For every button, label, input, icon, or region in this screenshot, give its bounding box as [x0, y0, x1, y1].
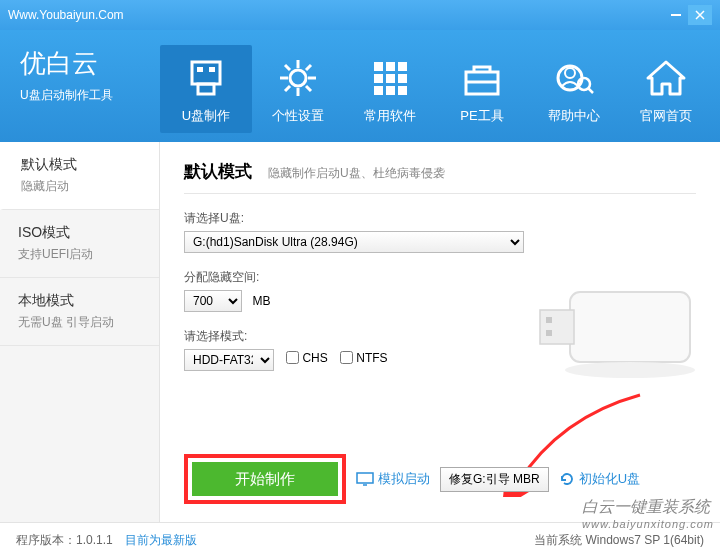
start-button[interactable]: 开始制作 — [192, 462, 338, 496]
brand-sub: U盘启动制作工具 — [20, 87, 160, 104]
nav-software[interactable]: 常用软件 — [344, 45, 436, 133]
svg-rect-31 — [546, 317, 552, 323]
usb-select[interactable]: G:(hd1)SanDisk Ultra (28.94G) — [184, 231, 524, 253]
version-label: 程序版本：1.0.1.1 — [16, 532, 113, 549]
svg-rect-3 — [209, 67, 215, 72]
svg-rect-19 — [398, 74, 407, 83]
svg-rect-2 — [197, 67, 203, 72]
sidebar-item-iso[interactable]: ISO模式 支持UEFI启动 — [0, 210, 159, 278]
action-bar: 开始制作 模拟启动 修复G:引导 MBR 初始化U盘 — [184, 454, 700, 504]
mode-title: 默认模式 — [184, 160, 252, 183]
sidebar-item-default[interactable]: 默认模式 隐藏启动 — [0, 142, 159, 210]
refresh-icon — [559, 472, 575, 486]
highlight-box: 开始制作 — [184, 454, 346, 504]
usb-select-label: 请选择U盘: — [184, 210, 696, 227]
svg-rect-20 — [374, 86, 383, 95]
sidebar: 默认模式 隐藏启动 ISO模式 支持UEFI启动 本地模式 无需U盘 引导启动 — [0, 142, 160, 522]
svg-rect-16 — [398, 62, 407, 71]
titlebar-url: Www.Youbaiyun.Com — [8, 8, 664, 22]
svg-line-28 — [588, 88, 593, 93]
usb-illustration — [520, 272, 700, 396]
nav-usb-make[interactable]: U盘制作 — [160, 45, 252, 133]
svg-rect-4 — [198, 84, 214, 94]
svg-rect-1 — [192, 62, 220, 84]
latest-badge: 目前为最新版 — [125, 532, 197, 549]
ntfs-checkbox[interactable]: NTFS — [340, 351, 387, 365]
fsmode-select[interactable]: HDD-FAT32 — [184, 349, 274, 371]
alloc-unit: MB — [252, 294, 270, 308]
usb-icon — [160, 53, 252, 103]
apps-icon — [344, 53, 436, 103]
init-button[interactable]: 初始化U盘 — [559, 470, 640, 488]
toolbar: U盘制作 个性设置 常用软件 PE工具 帮助中心 — [160, 30, 712, 142]
svg-point-33 — [565, 362, 695, 378]
svg-rect-21 — [386, 86, 395, 95]
footer: 程序版本：1.0.1.1 目前为最新版 当前系统 Windows7 SP 1(6… — [0, 522, 720, 558]
mode-desc: 隐藏制作启动U盘、杜绝病毒侵袭 — [268, 165, 445, 182]
svg-rect-17 — [374, 74, 383, 83]
close-button[interactable] — [688, 5, 712, 25]
monitor-icon — [356, 472, 374, 486]
svg-line-12 — [306, 65, 311, 70]
svg-rect-29 — [570, 292, 690, 362]
toolbox-icon — [436, 53, 528, 103]
simulate-button[interactable]: 模拟启动 — [356, 470, 430, 488]
home-icon — [620, 53, 712, 103]
minimize-button[interactable] — [664, 5, 688, 25]
nav-pe-tools[interactable]: PE工具 — [436, 45, 528, 133]
svg-point-5 — [290, 70, 306, 86]
os-info: 当前系统 Windows7 SP 1(64bit) — [534, 532, 704, 549]
svg-rect-0 — [671, 14, 681, 16]
mode-header: 默认模式 隐藏制作启动U盘、杜绝病毒侵袭 — [184, 160, 696, 194]
svg-rect-30 — [540, 310, 574, 344]
alloc-select[interactable]: 700 — [184, 290, 242, 312]
svg-rect-22 — [398, 86, 407, 95]
svg-line-10 — [285, 65, 290, 70]
nav-home[interactable]: 官网首页 — [620, 45, 712, 133]
svg-rect-18 — [386, 74, 395, 83]
content: 默认模式 隐藏制作启动U盘、杜绝病毒侵袭 请选择U盘: G:(hd1)SanDi… — [160, 142, 720, 522]
svg-rect-15 — [386, 62, 395, 71]
repair-button[interactable]: 修复G:引导 MBR — [440, 467, 549, 492]
svg-rect-14 — [374, 62, 383, 71]
brand-title: 优白云 — [20, 46, 160, 81]
titlebar: Www.Youbaiyun.Com — [0, 0, 720, 30]
svg-line-11 — [306, 86, 311, 91]
svg-rect-34 — [357, 473, 373, 483]
chs-checkbox[interactable]: CHS — [286, 351, 327, 365]
brand: 优白云 U盘启动制作工具 — [0, 30, 160, 142]
svg-line-13 — [285, 86, 290, 91]
svg-rect-32 — [546, 330, 552, 336]
nav-help[interactable]: 帮助中心 — [528, 45, 620, 133]
svg-point-26 — [565, 68, 575, 78]
main: 默认模式 隐藏启动 ISO模式 支持UEFI启动 本地模式 无需U盘 引导启动 … — [0, 142, 720, 522]
gear-icon — [252, 53, 344, 103]
help-icon — [528, 53, 620, 103]
sidebar-item-local[interactable]: 本地模式 无需U盘 引导启动 — [0, 278, 159, 346]
header: 优白云 U盘启动制作工具 U盘制作 个性设置 常用软件 PE工具 — [0, 30, 720, 142]
nav-settings[interactable]: 个性设置 — [252, 45, 344, 133]
